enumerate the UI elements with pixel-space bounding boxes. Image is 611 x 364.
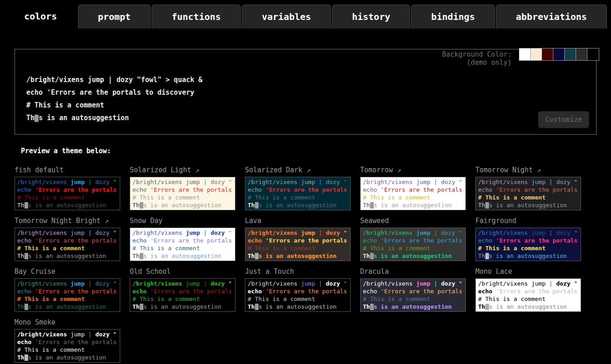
tab-bindings[interactable]: bindings (411, 5, 495, 29)
bg-swatch-1[interactable] (519, 49, 531, 60)
external-link-icon[interactable]: ↗ (533, 166, 541, 174)
theme-preview[interactable]: /bright/vixens jump | dozy "echo 'Errors… (245, 228, 351, 261)
bg-swatch-6[interactable] (576, 49, 587, 60)
theme-preview[interactable]: /bright/vixens jump | dozy "echo 'Errors… (475, 228, 581, 261)
code-segment: Th (248, 252, 255, 259)
external-link-icon[interactable]: ↗ (101, 217, 109, 225)
code-segment: /bright/vixens (478, 229, 531, 236)
theme-fairground[interactable]: Fairground/bright/vixens jump | dozy "ec… (475, 216, 581, 261)
code-segment: jump (70, 229, 88, 236)
tab-colors[interactable]: colors (4, 3, 77, 29)
code-segment: s is an autosuggestion (489, 202, 567, 209)
code-segment: | (204, 280, 211, 287)
code-segment: | (88, 331, 96, 338)
code-line: echo 'Errors are the portals (17, 186, 117, 194)
theme-mono-smoke[interactable]: Mono Smoke/bright/vixens jump | dozy "ec… (15, 318, 120, 363)
code-segment: " (228, 179, 232, 185)
tab-prompt[interactable]: prompt (78, 5, 151, 29)
theme-preview[interactable]: /bright/vixens jump | dozy "echo 'Errors… (130, 278, 235, 312)
theme-preview[interactable]: /bright/vixens jump | dozy "echo 'Errors… (475, 278, 581, 312)
code-line: echo 'Errors are the portals (363, 237, 463, 244)
cursor-block (140, 202, 143, 209)
theme-preview[interactable]: /bright/vixens jump | dozy "echo 'Errors… (475, 177, 581, 210)
theme-solarized-dark[interactable]: Solarized Dark ↗/bright/vixens jump | do… (245, 165, 351, 210)
code-line: /bright/vixens jump | dozy "fowl" > quac… (26, 73, 596, 86)
code-segment: jump (301, 229, 318, 236)
code-segment: | (319, 280, 326, 287)
code-line: Th s is an autosuggestion (17, 201, 117, 209)
code-line: # This is a comment (17, 244, 117, 252)
code-segment: jump (70, 331, 88, 338)
tab-abbreviations[interactable]: abbreviations (496, 5, 607, 29)
code-segment: echo (363, 186, 381, 193)
code-line: /bright/vixens jump | dozy " (478, 280, 578, 287)
theme-preview[interactable]: /bright/vixens jump | dozy "echo 'Errors… (130, 228, 235, 261)
theme-bay-cruise[interactable]: Bay Cruise/bright/vixens jump | dozy "ec… (15, 267, 120, 312)
bg-swatch-3[interactable] (542, 49, 553, 60)
theme-preview[interactable]: /bright/vixens jump | dozy "echo 'Errors… (15, 278, 120, 312)
external-link-icon[interactable]: ↗ (302, 166, 310, 174)
code-line: /bright/vixens jump | dozy " (363, 280, 463, 287)
theme-preview[interactable]: /bright/vixens jump | dozy "echo 'Errors… (15, 177, 120, 210)
theme-tomorrow-night[interactable]: Tomorrow Night ↗/bright/vixens jump | do… (475, 165, 581, 210)
code-segment: jump (301, 280, 318, 287)
theme-grid: fish default/bright/vixens jump | dozy "… (15, 165, 611, 363)
theme-seaweed[interactable]: Seaweed/bright/vixens jump | dozy "echo … (360, 216, 466, 261)
tab-variables[interactable]: variables (242, 5, 331, 29)
bg-swatch-2[interactable] (531, 49, 542, 60)
code-line: Th s is an autosuggestion (17, 252, 117, 260)
theme-preview[interactable]: /bright/vixens jump | dozy "echo 'Errors… (245, 278, 351, 312)
code-segment: jump (416, 229, 434, 236)
code-segment: " (459, 229, 462, 236)
code-segment: # This is a comment (17, 245, 85, 252)
code-line: /bright/vixens jump | dozy " (248, 280, 348, 287)
customize-button[interactable]: Customize (538, 111, 589, 128)
external-link-icon[interactable]: ↗ (191, 166, 199, 174)
code-segment: jump (416, 179, 434, 185)
code-line: /bright/vixens jump | dozy " (478, 229, 578, 237)
code-line: echo 'Errors are the portals (248, 287, 348, 295)
code-segment: /bright/vixens (248, 229, 301, 236)
tab-functions[interactable]: functions (152, 5, 241, 29)
theme-preview[interactable]: /bright/vixens jump | dozy "echo 'Errors… (245, 177, 351, 210)
bg-swatch-4[interactable] (553, 49, 565, 60)
theme-tomorrow[interactable]: Tomorrow ↗/bright/vixens jump | dozy "ec… (360, 165, 466, 210)
theme-title: Seaweed (360, 216, 466, 225)
theme-fish-default[interactable]: fish default/bright/vixens jump | dozy "… (15, 165, 120, 210)
cursor-block (24, 253, 28, 259)
tab-history[interactable]: history (332, 5, 411, 29)
code-segment: " (228, 229, 232, 236)
theme-old-school[interactable]: Old School/bright/vixens jump | dozy "ec… (130, 267, 235, 312)
theme-preview[interactable]: /bright/vixens jump | dozy "echo 'Errors… (360, 278, 466, 312)
theme-tomorrow-night-bright[interactable]: Tomorrow Night Bright ↗/bright/vixens ju… (15, 216, 120, 261)
theme-mono-lace[interactable]: Mono Lace/bright/vixens jump | dozy "ech… (475, 267, 581, 312)
background-color-label: Background Color: (demo only) (442, 50, 512, 67)
theme-title: Tomorrow Night Bright ↗ (15, 216, 120, 225)
code-segment: dozy (326, 280, 343, 287)
theme-snow-day[interactable]: Snow Day/bright/vixens jump | dozy "echo… (130, 216, 235, 261)
theme-title: Just a Touch (245, 267, 351, 276)
theme-just-a-touch[interactable]: Just a Touch/bright/vixens jump | dozy "… (245, 267, 351, 312)
theme-preview[interactable]: /bright/vixens jump | dozy "echo 'Errors… (360, 228, 466, 261)
theme-lava[interactable]: Lava/bright/vixens jump | dozy "echo 'Er… (245, 216, 351, 261)
code-segment: dozy (326, 179, 343, 185)
code-segment: 'Errors are the portals (150, 237, 232, 244)
theme-preview[interactable]: /bright/vixens jump | dozy "echo 'Errors… (15, 329, 120, 363)
theme-preview[interactable]: /bright/vixens jump | dozy "echo 'Errors… (130, 177, 235, 210)
code-segment: dozy (95, 331, 113, 338)
code-line: /bright/vixens jump | dozy " (132, 229, 233, 237)
bg-swatch-7[interactable] (587, 49, 599, 60)
theme-dracula[interactable]: Dracula/bright/vixens jump | dozy "echo … (360, 267, 466, 312)
code-segment: echo (17, 339, 35, 345)
theme-preview[interactable]: /bright/vixens jump | dozy "echo 'Errors… (360, 177, 466, 210)
code-segment: 'Errors are the portals (150, 186, 232, 193)
code-line: # This is a comment (132, 244, 233, 252)
theme-solarized-light[interactable]: Solarized Light ↗/bright/vixens jump | d… (130, 165, 235, 210)
external-link-icon[interactable]: ↗ (393, 166, 401, 174)
code-segment: s is an autosuggestion (259, 202, 337, 209)
cursor-block (140, 304, 143, 310)
code-segment: s is an autosuggestion (143, 202, 221, 209)
code-segment: 'Errors are the portals (381, 186, 462, 193)
bg-swatch-5[interactable] (565, 49, 576, 60)
theme-preview[interactable]: /bright/vixens jump | dozy "echo 'Errors… (15, 228, 120, 261)
